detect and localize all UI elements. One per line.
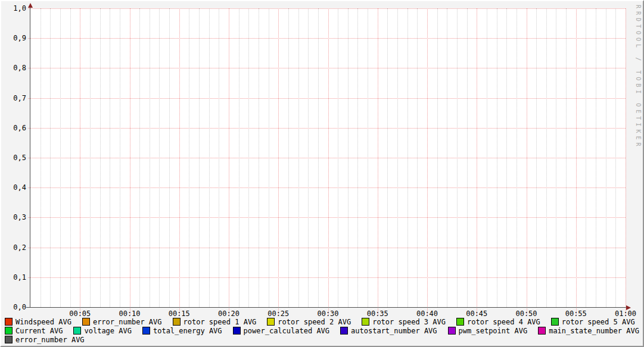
- legend-color-swatch: [538, 327, 546, 335]
- x-tick-label: 00:05: [64, 310, 95, 318]
- legend-color-swatch: [456, 318, 464, 326]
- grid-vline-major: [378, 8, 378, 315]
- legend-item: rotor speed 3 AVG: [362, 318, 446, 326]
- x-tick-label: 00:20: [213, 310, 244, 318]
- legend-label: voltage AVG: [84, 327, 131, 335]
- legend-color-swatch: [267, 318, 275, 326]
- legend-label: autostart_number AVG: [351, 327, 437, 335]
- legend-color-swatch: [551, 318, 559, 326]
- y-axis: [30, 6, 30, 308]
- x-tick-label: 00:50: [511, 310, 542, 318]
- x-tick-label: 01:00: [610, 310, 641, 318]
- legend-color-swatch: [233, 327, 241, 335]
- y-tick-label: 0,9: [2, 34, 26, 42]
- legend-item: Current AVG: [5, 327, 63, 335]
- grid-hline-major: [28, 187, 626, 188]
- y-tick-label: 0,4: [2, 183, 26, 192]
- grid-vline-major: [527, 8, 527, 315]
- x-axis: [26, 307, 626, 308]
- watermark: RRDTOOL / TOBI OETIKER: [635, 5, 642, 149]
- legend-color-swatch: [5, 336, 13, 343]
- grid-hline-major: [28, 277, 626, 278]
- legend-color-swatch: [448, 327, 456, 335]
- legend-item: error_number AVG: [5, 336, 85, 344]
- grid-hline-major: [28, 217, 626, 218]
- x-tick-label: 00:25: [263, 310, 294, 318]
- legend-label: Current AVG: [15, 327, 63, 335]
- grid-hline-major: [28, 158, 626, 158]
- legend-item: Windspeed AVG: [5, 318, 71, 326]
- grid-hline-major: [28, 38, 626, 39]
- legend-item: rotor speed 1 AVG: [173, 318, 257, 326]
- grid-vline-major: [576, 8, 577, 315]
- y-tick-label: 0,0: [2, 303, 26, 311]
- legend-item: rotor speed 2 AVG: [267, 318, 351, 326]
- rrdtool-graph: 1,00,90,80,70,60,50,40,30,20,10,0 00:050…: [0, 0, 644, 347]
- x-tick-label: 00:40: [412, 310, 443, 318]
- grid-vline-major: [328, 8, 329, 315]
- legend-label: rotor speed 5 AVG: [562, 318, 635, 326]
- legend-item: voltage AVG: [73, 327, 131, 335]
- x-tick-label: 00:55: [561, 310, 592, 318]
- y-tick-label: 0,2: [2, 243, 26, 252]
- x-tick-label: 00:30: [313, 310, 344, 318]
- y-tick-label: 0,5: [2, 154, 26, 162]
- legend-label: error_number AVG: [93, 318, 162, 326]
- legend-item: main_state_number AVG: [538, 327, 639, 335]
- legend-item: rotor speed 5 AVG: [551, 318, 635, 326]
- legend-item: total_energy AVG: [142, 327, 222, 335]
- legend-label: rotor speed 1 AVG: [183, 318, 257, 326]
- legend-label: rotor speed 3 AVG: [372, 318, 446, 326]
- legend-item: rotor speed 4 AVG: [456, 318, 540, 326]
- y-axis-arrow-icon: [28, 3, 33, 8]
- x-tick-label: 00:15: [164, 310, 195, 318]
- y-tick-label: 0,8: [2, 64, 26, 72]
- grid-vline-major: [427, 8, 428, 315]
- legend-label: Windspeed AVG: [15, 318, 71, 326]
- y-tick-label: 0,7: [2, 94, 26, 102]
- y-tick-label: 0,3: [2, 213, 26, 221]
- legend-item: power_calculated AVG: [233, 327, 330, 335]
- x-tick-label: 00:45: [461, 310, 492, 318]
- grid-vline-major: [130, 8, 130, 315]
- grid-vline-major: [80, 8, 80, 315]
- legend-label: pwm_setpoint AVG: [459, 327, 528, 335]
- legend-color-swatch: [73, 327, 81, 335]
- grid-hline-major: [28, 248, 626, 248]
- legend-label: error_number AVG: [15, 336, 85, 344]
- legend-color-swatch: [340, 327, 348, 335]
- legend-row: Windspeed AVGerror_number AVGrotor speed…: [5, 317, 642, 326]
- legend-color-swatch: [173, 318, 181, 326]
- legend-color-swatch: [5, 318, 13, 326]
- grid-hline-major: [28, 128, 626, 129]
- y-tick-label: 0,1: [2, 273, 26, 282]
- y-tick-label: 1,0: [2, 4, 26, 12]
- grid-vline-major: [626, 8, 626, 315]
- x-tick-label: 00:35: [362, 310, 393, 318]
- grid-vline-major: [179, 8, 180, 315]
- legend-color-swatch: [142, 327, 150, 335]
- grid-vline-major: [278, 8, 279, 315]
- x-tick-label: 00:10: [114, 310, 145, 318]
- legend-label: power_calculated AVG: [244, 327, 330, 335]
- legend-label: total_energy AVG: [153, 327, 222, 335]
- legend-item: pwm_setpoint AVG: [448, 327, 528, 335]
- legend-color-swatch: [5, 327, 13, 335]
- grid-hline-major: [28, 8, 626, 9]
- grid-hline-major: [28, 68, 626, 68]
- legend-color-swatch: [82, 318, 90, 326]
- grid-vline-major: [229, 8, 229, 315]
- legend-color-swatch: [362, 318, 369, 326]
- grid-vline-major: [477, 8, 477, 315]
- grid-hline-major: [28, 98, 626, 99]
- legend-label: main_state_number AVG: [549, 327, 639, 335]
- legend-label: rotor speed 4 AVG: [467, 318, 540, 326]
- y-tick-label: 0,6: [2, 124, 26, 132]
- legend: Windspeed AVGerror_number AVGrotor speed…: [5, 317, 642, 344]
- legend-row: error_number AVG: [5, 335, 642, 344]
- legend-item: autostart_number AVG: [340, 327, 437, 335]
- legend-label: rotor speed 2 AVG: [278, 318, 351, 326]
- legend-row: Current AVGvoltage AVGtotal_energy AVGpo…: [5, 326, 642, 335]
- legend-item: error_number AVG: [82, 318, 162, 326]
